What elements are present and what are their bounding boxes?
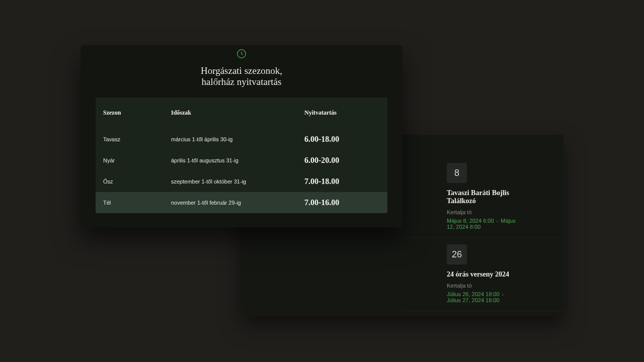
seasons-table: Szezon Időszak Nyitvatartás Tavasz márci… bbox=[96, 98, 387, 213]
event-item[interactable]: 26 24 órás verseny 2024 Kertalja tó Júli… bbox=[403, 238, 564, 311]
table-row: Ősz szeptember 1-től október 31-ig 7.00-… bbox=[96, 171, 387, 192]
period-cell: március 1-től április 30-ig bbox=[171, 136, 304, 142]
event-location: Kertalja tó bbox=[447, 283, 519, 289]
period-cell: november 1-től február 29-ig bbox=[171, 200, 304, 206]
hours-cell: 6.00-18.00 bbox=[304, 135, 380, 144]
seasons-title: Horgászati szezonok, halőrház nyitvatart… bbox=[176, 65, 307, 87]
table-header-row: Szezon Időszak Nyitvatartás bbox=[96, 98, 387, 129]
col-hours-header: Nyitvatartás bbox=[304, 109, 380, 117]
table-row-current: Tél november 1-től február 29-ig 7.00-16… bbox=[96, 192, 387, 213]
event-title: Tavaszi Baráti Bojlis Találkozó bbox=[447, 189, 519, 205]
hours-cell: 6.00-20.00 bbox=[304, 156, 380, 165]
period-cell: április 1-től augusztus 31-ig bbox=[171, 157, 304, 163]
event-location: Kertalja tó bbox=[447, 209, 519, 215]
season-cell: Tavasz bbox=[103, 136, 171, 142]
season-cell: Ősz bbox=[103, 178, 171, 185]
season-cell: Tél bbox=[103, 200, 171, 206]
event-item[interactable]: 16 Őszi Baráti Bojlis Találkozó Sződönyi… bbox=[403, 311, 564, 316]
table-row: Nyár április 1-től augusztus 31-ig 6.00-… bbox=[96, 150, 387, 171]
period-cell: szeptember 1-től október 31-ig bbox=[171, 178, 304, 185]
table-row: Tavasz március 1-től április 30-ig 6.00-… bbox=[96, 129, 387, 150]
col-period-header: Időszak bbox=[171, 109, 304, 117]
seasons-card: Horgászati szezonok, halőrház nyitvatart… bbox=[80, 45, 403, 227]
season-cell: Nyár bbox=[103, 157, 171, 163]
hours-cell: 7.00-16.00 bbox=[304, 198, 380, 207]
clock-icon bbox=[236, 48, 247, 59]
hours-cell: 7.00-18.00 bbox=[304, 177, 380, 186]
event-day-badge: 26 bbox=[447, 244, 467, 264]
event-day-badge: 8 bbox=[447, 163, 467, 183]
event-title: 24 órás verseny 2024 bbox=[447, 270, 519, 279]
event-dates: Július 26, 2024 18:00 - Július 27, 2024 … bbox=[447, 291, 519, 303]
seasons-header: Horgászati szezonok, halőrház nyitvatart… bbox=[80, 45, 403, 87]
col-season-header: Szezon bbox=[103, 109, 171, 117]
event-item[interactable]: 8 Tavaszi Baráti Bojlis Találkozó Kertal… bbox=[403, 135, 564, 238]
events-col-right: 8 Tavaszi Baráti Bojlis Találkozó Kertal… bbox=[403, 135, 564, 316]
event-dates: Május 8, 2024 6:00 - Május 12, 2024 8:00 bbox=[447, 218, 519, 230]
